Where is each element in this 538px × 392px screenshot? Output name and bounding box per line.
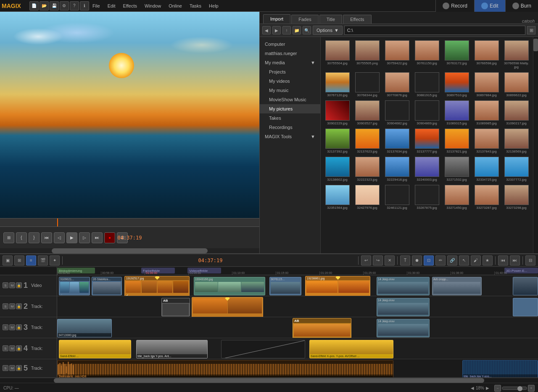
menu-online[interactable]: Online (165, 3, 185, 9)
file-item[interactable]: 32337772.jpg (502, 156, 530, 182)
preview-scrollbar[interactable] (0, 248, 259, 253)
back-button[interactable]: ◀ (262, 26, 271, 34)
timeline-horizontal-scrollbar[interactable] (0, 378, 538, 383)
file-item[interactable]: 32137392.jpg (323, 128, 351, 154)
zoom-slider[interactable] (502, 387, 527, 390)
list-view[interactable]: ≡ (26, 255, 36, 266)
file-item[interactable]: 31089985.jpg (472, 100, 501, 126)
info-icon[interactable]: ℹ (80, 1, 89, 11)
track-s-button-2[interactable]: S (3, 303, 8, 309)
snap-button[interactable]: ⊞ (3, 232, 14, 243)
zoom-plus[interactable]: + (528, 385, 535, 392)
storyboard-view[interactable]: 🎬 (38, 255, 48, 266)
text-tool[interactable]: T (400, 255, 410, 266)
file-item[interactable]: 32137623.jpg (353, 128, 381, 154)
burn-button[interactable]: Burn (505, 0, 538, 12)
menu-file[interactable]: File (89, 3, 103, 9)
clip-3109021[interactable]: 3109021... ✓ (59, 277, 90, 295)
file-item[interactable]: 33271450.jpg (443, 184, 471, 210)
menu-edit[interactable]: Edit (104, 3, 119, 9)
track-m-button-5[interactable]: M (9, 365, 15, 371)
delete-button[interactable]: ✕ (385, 255, 395, 266)
clip-titleback-audio[interactable]: title_back.tga Y-pos... (462, 360, 538, 377)
nav-mypictures[interactable]: My pictures (260, 104, 320, 113)
grid-scrollbar[interactable] (533, 37, 538, 253)
settings-icon[interactable]: ⚙ (60, 1, 69, 11)
new-icon[interactable]: 📄 (29, 1, 39, 11)
track-lock-button-5[interactable]: 🔒 (16, 365, 22, 371)
open-icon[interactable]: 📂 (40, 1, 49, 11)
forward-button[interactable]: ▶ (272, 26, 281, 34)
next-frame-button[interactable]: ⏭ (92, 232, 103, 243)
file-item[interactable]: 30897510.jpg (443, 71, 471, 98)
file-item[interactable]: 30767120.jpg (323, 71, 351, 98)
track-m-button-4[interactable]: M (9, 345, 15, 351)
file-item[interactable]: 32240003.jpg (413, 156, 441, 182)
mark-out-button[interactable]: } (29, 232, 40, 243)
clip-34713080[interactable]: 34713080.jpg (57, 319, 112, 337)
file-item[interactable]: 30768344.jpg (353, 71, 381, 98)
folder-button[interactable]: 📁 (293, 26, 301, 34)
draw-tool[interactable]: ✏ (435, 255, 446, 266)
grid-view-button[interactable]: ⊞ (527, 26, 535, 34)
nav-magixtools[interactable]: MAGIX Tools ▼ (260, 132, 320, 141)
tab-title[interactable]: Title (319, 15, 342, 24)
clip-14jeep[interactable]: 14 Jeep.mxv (377, 277, 430, 295)
clip-26stabiliza[interactable]: 26 Stabiliza... (92, 277, 122, 295)
file-item[interactable]: 32334725.jpg (472, 156, 501, 182)
path-field[interactable] (344, 26, 525, 35)
edit-button[interactable]: Edit (474, 0, 505, 12)
clip-articrop[interactable]: Arti cropp... (432, 277, 482, 295)
clip-14jeep-3[interactable]: 14 Jeep.mxv (377, 319, 430, 337)
clip-right-1[interactable] (513, 277, 538, 295)
file-item[interactable]: 32137843.jpg (472, 128, 501, 154)
file-item[interactable]: 32351564.jpg (323, 184, 351, 210)
zoom-minus[interactable]: − (494, 385, 501, 392)
clip-19238861[interactable]: 19238861.jpg (305, 276, 370, 296)
file-item[interactable]: 32222323.jpg (353, 156, 381, 182)
track-lock-button-3[interactable]: 🔒 (16, 324, 22, 330)
search-icon[interactable]: 🔍 (303, 26, 311, 34)
select-tool[interactable]: ↖ (459, 255, 469, 266)
file-item[interactable]: 30763172.jpg (443, 39, 471, 70)
file-item[interactable]: 30899622.jpg (502, 71, 530, 98)
track-s-button-4[interactable]: S (3, 345, 8, 351)
file-item[interactable]: 30755504.jpg (323, 39, 351, 70)
menu-tasks[interactable]: Tasks (186, 3, 205, 9)
clip-sand-effekt-2[interactable]: Sand-Effekt X-pos. Y-pos. AVOffset ... (309, 340, 393, 358)
track-content-3[interactable]: 34713080.jpg AB 19056292.jpg 14 Jeep.mxv (57, 317, 538, 338)
file-item[interactable]: 31090217.jpg (502, 100, 530, 126)
file-item[interactable]: 32137821.jpg (443, 128, 471, 154)
options-button[interactable]: Options ▼ (313, 26, 343, 35)
file-item[interactable]: 33273287.jpg (472, 184, 501, 210)
file-item[interactable]: 30766598.jpg (472, 39, 501, 70)
track-m-button[interactable]: M (9, 282, 15, 288)
file-item[interactable]: 30881915.jpg (413, 71, 441, 98)
file-item[interactable]: 33273298.jpg (502, 184, 530, 210)
clip-diagonal[interactable] (221, 340, 305, 358)
menu-help[interactable]: Help (206, 3, 222, 9)
file-item[interactable]: 32137634.jpg (383, 128, 411, 154)
file-item[interactable]: 33267875.jpg (413, 184, 441, 210)
tab-fades[interactable]: Fades (291, 15, 319, 24)
multi-track-view[interactable]: ⊞ (14, 255, 24, 266)
marker-tool[interactable]: ⏺ (412, 255, 422, 266)
record-button-ctrl[interactable]: ● (104, 232, 115, 243)
file-item[interactable]: 32138569.jpg (502, 128, 530, 154)
clip-right-2[interactable] (513, 298, 538, 316)
file-item[interactable]: 30761150.jpg (413, 39, 441, 70)
file-item[interactable]: 30755505.png (353, 39, 381, 70)
clip-ab-title[interactable]: AB 34713420.jpg (161, 298, 190, 316)
nav-takes[interactable]: Takes (260, 113, 320, 123)
nav-recordings[interactable]: Recordings (260, 123, 320, 132)
track-m-button-2[interactable]: M (9, 303, 15, 309)
track-content-4[interactable]: Sand-Effekt ... title_back.tga Y-pos. An… (57, 338, 538, 359)
step-forward-button[interactable]: ▷ (79, 232, 90, 243)
file-item[interactable]: 32137777.jpg (413, 128, 441, 154)
track-lock-button[interactable]: 🔒 (16, 282, 22, 288)
tab-import[interactable]: Import (263, 14, 290, 24)
file-item[interactable]: 30902229.jpg (323, 100, 351, 126)
clip-14jeep-2[interactable]: 14 Jeep.mxv X-pos... (377, 298, 430, 316)
undo-button[interactable]: ↩ (361, 255, 371, 266)
file-item[interactable]: 30897884.jpg (472, 71, 501, 98)
